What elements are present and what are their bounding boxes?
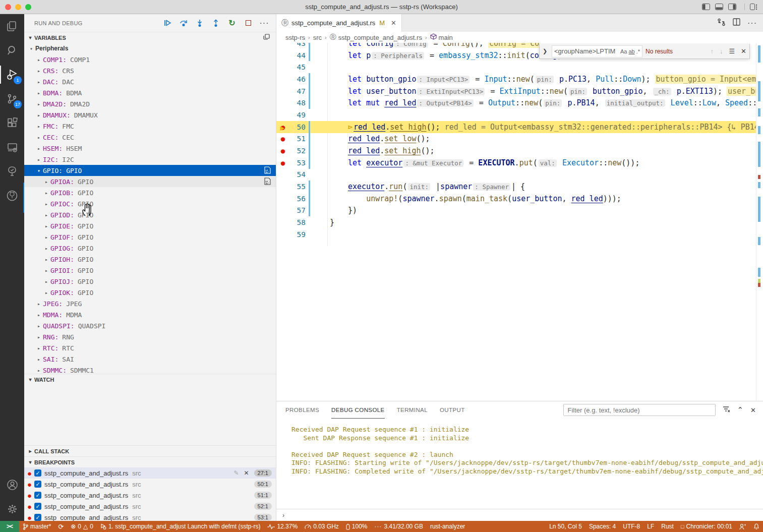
breadcrumb-item[interactable]: sstp_compute_and_adjust.rs — [338, 34, 422, 41]
extensions-icon[interactable] — [0, 111, 24, 135]
variable-row-dac[interactable]: ▸DAC:DAC — [24, 76, 276, 87]
gutter-glyph[interactable]: ● — [276, 134, 289, 143]
gutter-glyph[interactable]: ● — [276, 146, 289, 155]
edit-breakpoint-icon[interactable]: ✎ — [233, 469, 239, 477]
variable-row-gpioh[interactable]: ▸GPIOH:GPIO — [24, 254, 276, 265]
status-item-100-[interactable]: 100% — [342, 521, 371, 532]
call-stack-section-header[interactable]: ▸ CALL STACK — [24, 445, 276, 456]
step-out-button[interactable] — [211, 19, 220, 28]
open-changes-icon[interactable] — [717, 18, 726, 28]
remote-explorer-icon[interactable] — [0, 135, 24, 159]
search-icon[interactable] — [0, 38, 24, 63]
panel-filter-input[interactable]: Filter (e.g. text, !exclude) — [563, 404, 716, 416]
github-icon[interactable] — [0, 184, 24, 208]
code-line-51[interactable]: ●51red_led.set_low(); — [276, 133, 756, 145]
code-line-52[interactable]: ●52red_led.set_high(); — [276, 145, 756, 157]
variable-row-gpiob[interactable]: ▸GPIOB:GPIO — [24, 187, 276, 198]
code-line-47[interactable]: 47let user_button: ExtiInput<PC13> = Ext… — [276, 85, 756, 97]
stop-button[interactable] — [244, 19, 253, 28]
status-item-master-[interactable]: master* — [19, 521, 54, 532]
accounts-icon[interactable] — [0, 472, 24, 497]
breakpoint-checkbox[interactable]: ✓ — [34, 503, 41, 510]
variable-row-fmc[interactable]: ▸FMC:FMC — [24, 121, 276, 132]
variable-row-rng[interactable]: ▸RNG:RNG — [24, 331, 276, 342]
run-and-debug-icon[interactable]: 1 — [0, 63, 24, 87]
breakpoint-dot-icon[interactable]: ● — [281, 159, 285, 167]
close-panel-icon[interactable]: ✕ — [750, 406, 756, 414]
split-editor-icon[interactable] — [733, 18, 740, 28]
close-tab-icon[interactable]: ✕ — [391, 19, 396, 27]
panel-tab-problems[interactable]: PROBLEMS — [285, 401, 319, 419]
panel-tab-debug-console[interactable]: DEBUG CONSOLE — [331, 401, 385, 419]
breakpoint-row[interactable]: ●✓sstp_compute_and_adjust.rssrc52:1 — [24, 501, 276, 512]
toggle-secondary-sidebar-icon[interactable] — [728, 4, 736, 10]
variable-row-gpioe[interactable]: ▸GPIOE:GPIO — [24, 220, 276, 231]
tab-sstp-compute-and-adjust[interactable]: Ⓡ sstp_compute_and_adjust.rs M ✕ — [276, 14, 402, 32]
variable-row-gpio[interactable]: ▾GPIO:GPIO — [24, 165, 276, 176]
panel-tab-terminal[interactable]: TERMINAL — [397, 401, 428, 419]
variable-row-gpiok[interactable]: ▸GPIOK:GPIO — [24, 287, 276, 298]
breakpoint-row[interactable]: ●✓sstp_compute_and_adjust.rssrc✎✕27:1 — [24, 467, 276, 479]
step-into-button[interactable] — [195, 19, 204, 28]
variable-row-gpiof[interactable]: ▸GPIOF:GPIO — [24, 231, 276, 243]
status-item-feedback[interactable] — [736, 521, 750, 532]
code-editor[interactable]: 43let config: Config = Config(); config … — [276, 43, 763, 401]
continue-button[interactable] — [163, 19, 172, 28]
breadcrumb-item[interactable]: src — [313, 34, 322, 41]
gutter-glyph[interactable]: ●▶ — [276, 123, 289, 132]
panel-tab-output[interactable]: OUTPUT — [440, 401, 465, 419]
previous-match-icon[interactable]: ↑ — [710, 47, 714, 55]
code-line-54[interactable]: 54 — [276, 169, 756, 181]
variable-row-i2c[interactable]: ▸I2C:I2C — [24, 154, 276, 165]
variable-row-hsem[interactable]: ▸HSEM:HSEM — [24, 143, 276, 154]
breakpoint-dot-icon[interactable]: ● — [281, 135, 285, 143]
debug-console-input[interactable]: › — [276, 509, 763, 521]
variable-row-dma2d[interactable]: ▸DMA2D:DMA2D — [24, 98, 276, 109]
variable-row-gpiog[interactable]: ▸GPIOG:GPIO — [24, 243, 276, 254]
status-item-rust[interactable]: Rust — [658, 521, 677, 532]
next-match-icon[interactable]: ↓ — [720, 47, 723, 55]
toggle-replace-icon[interactable]: ❯ — [543, 48, 549, 54]
breakpoint-row[interactable]: ●✓sstp_compute_and_adjust.rssrc53:1 — [24, 512, 276, 521]
status-item-utf-8[interactable]: UTF-8 — [619, 521, 643, 532]
binary-file-icon[interactable] — [264, 178, 271, 187]
todo-tree-icon[interactable] — [0, 159, 24, 184]
status-item-spaces-4[interactable]: Spaces: 4 — [585, 521, 619, 532]
breakpoint-row[interactable]: ●✓sstp_compute_and_adjust.rssrc51:1 — [24, 490, 276, 501]
variable-row-mdma[interactable]: ▸MDMA:MDMA — [24, 309, 276, 320]
code-line-48[interactable]: 48let mut red_led: Output<PB14> = Output… — [276, 97, 756, 109]
status-item-0[interactable]: △0 — [82, 521, 97, 532]
more-actions-button[interactable]: ··· — [260, 19, 269, 28]
code-line-50[interactable]: ●▶50⊳red_led.set_high(); red_led = Outpu… — [276, 121, 756, 133]
code-line-49[interactable]: 49 — [276, 109, 756, 121]
status-item-0-03-ghz[interactable]: 0.03 GHz — [301, 521, 342, 532]
status-item-bell[interactable] — [750, 521, 763, 532]
code-line-46[interactable]: 46let button_gpio: Input<PC13> = Input::… — [276, 73, 756, 85]
filter-icon[interactable] — [723, 405, 730, 415]
variable-row-sdmmc[interactable]: ▸SDMMC:SDMMC1 — [24, 365, 276, 374]
code-line-58[interactable]: 58} — [276, 216, 756, 228]
editor-more-actions-icon[interactable]: ··· — [747, 19, 757, 28]
breakpoint-dot-icon[interactable]: ● — [281, 147, 285, 155]
remove-breakpoint-icon[interactable]: ✕ — [244, 469, 249, 477]
status-item-12-37-[interactable]: 12.37% — [264, 521, 301, 532]
variable-row-peripherals[interactable]: ▾Peripherals — [24, 43, 276, 54]
regex-toggle[interactable]: .* — [636, 48, 640, 54]
breakpoint-checkbox[interactable]: ✓ — [34, 481, 41, 488]
restart-button[interactable]: ↻ — [227, 19, 237, 28]
toggle-sidebar-icon[interactable] — [702, 4, 710, 10]
variable-row-rtc[interactable]: ▸RTC:RTC — [24, 342, 276, 353]
variable-row-bdma[interactable]: ▸BDMA:BDMA — [24, 87, 276, 98]
breakpoint-checkbox[interactable]: ✓ — [34, 469, 41, 477]
match-case-toggle[interactable]: Aa — [620, 48, 627, 54]
status-item-rust-analyzer[interactable]: rust-analyzer — [427, 521, 468, 532]
status-item-chronicler-00-01[interactable]: □Chronicler: 00:01 — [677, 521, 736, 532]
status-item-1-sstp-compute-and-adjust-la[interactable]: 1. sstp_compute_and_adjust Launch with d… — [97, 521, 264, 532]
variable-row-gpioc[interactable]: ▸GPIOC:GPIO — [24, 198, 276, 209]
breakpoint-checkbox[interactable]: ✓ — [34, 492, 41, 499]
settings-gear-icon[interactable] — [0, 497, 24, 521]
variables-section-header[interactable]: ▾ VARIABLES — [24, 32, 276, 43]
remote-indicator[interactable]: >< — [0, 521, 19, 532]
breadcrumb-item[interactable]: sstp-rs — [285, 34, 305, 41]
close-find-icon[interactable]: ✕ — [741, 47, 746, 55]
